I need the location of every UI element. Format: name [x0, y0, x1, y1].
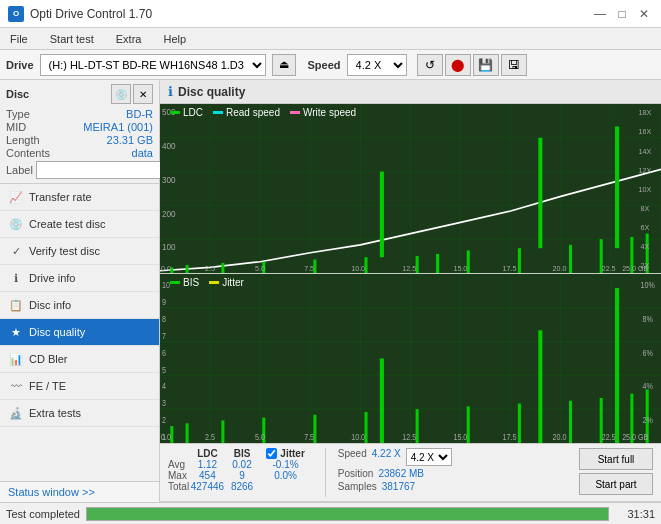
maximize-button[interactable]: □	[613, 5, 631, 23]
sidebar: Disc 💿 ✕ Type BD-R MID MEIRA1 (001) Leng…	[0, 80, 160, 502]
jitter-header: Jitter	[280, 448, 304, 459]
svg-rect-23	[380, 172, 384, 258]
svg-rect-28	[538, 138, 542, 248]
speed-stat-select[interactable]: 4.2 X	[406, 448, 452, 466]
bis-avg: 0.02	[226, 459, 259, 470]
jitter-checkbox[interactable]	[266, 448, 277, 459]
sidebar-item-label: Verify test disc	[29, 245, 100, 257]
speed-select[interactable]: 4.2 X	[347, 54, 407, 76]
verify-test-disc-icon: ✓	[8, 243, 24, 259]
drive-select[interactable]: (H:) HL-DT-ST BD-RE WH16NS48 1.D3	[40, 54, 266, 76]
svg-text:0.0: 0.0	[161, 263, 171, 272]
svg-text:15.0: 15.0	[453, 431, 467, 442]
svg-text:10%: 10%	[641, 279, 656, 290]
legend-bis: BIS	[170, 277, 199, 288]
menu-file[interactable]: File	[4, 31, 34, 47]
svg-text:7.5: 7.5	[304, 263, 314, 272]
window-controls: — □ ✕	[591, 5, 653, 23]
svg-text:10.0: 10.0	[351, 263, 365, 272]
ldc-header: LDC	[189, 448, 226, 459]
svg-rect-80	[380, 359, 384, 444]
sidebar-item-label: Disc quality	[29, 326, 85, 338]
bis-legend-dot	[170, 281, 180, 284]
burn-button[interactable]: 💾	[473, 54, 499, 76]
save-button[interactable]: 🖫	[501, 54, 527, 76]
speed-value-stat: 4.22 X	[372, 448, 401, 466]
disc-mid-value: MEIRA1 (001)	[83, 121, 153, 133]
svg-text:8%: 8%	[643, 313, 654, 324]
sidebar-item-extra-tests[interactable]: 🔬 Extra tests	[0, 400, 159, 427]
disc-contents-row: Contents data	[6, 147, 153, 159]
svg-rect-76	[221, 420, 224, 443]
avg-label: Avg	[168, 459, 189, 470]
disc-type-row: Type BD-R	[6, 108, 153, 120]
svg-text:10X: 10X	[639, 185, 652, 194]
extra-tests-icon: 🔬	[8, 405, 24, 421]
sidebar-item-cd-bler[interactable]: 📊 CD Bler	[0, 346, 159, 373]
bottom-chart-svg: 10 9 8 7 6 5 4 3 2 1 10% 8% 6% 4% 2%	[160, 274, 661, 443]
disc-quality-header: ℹ Disc quality	[160, 80, 661, 104]
sidebar-nav: 📈 Transfer rate 💿 Create test disc ✓ Ver…	[0, 184, 159, 481]
write-speed-legend-dot	[290, 111, 300, 114]
svg-text:14X: 14X	[639, 146, 652, 155]
status-window-btn[interactable]: Status window >>	[0, 481, 159, 502]
legend-jitter: Jitter	[209, 277, 244, 288]
sidebar-item-label: Extra tests	[29, 407, 81, 419]
top-chart-legend: LDC Read speed Write speed	[170, 107, 356, 118]
jitter-checkbox-row: Jitter	[266, 448, 304, 459]
bis-header: BIS	[226, 448, 259, 459]
svg-text:10: 10	[162, 279, 170, 290]
title-bar-left: O Opti Drive Control 1.70	[8, 6, 152, 22]
drive-info-icon: ℹ	[8, 270, 24, 286]
bottom-chart: BIS Jitter	[160, 274, 661, 444]
svg-text:4: 4	[162, 380, 166, 391]
svg-text:200: 200	[162, 208, 176, 218]
start-full-button[interactable]: Start full	[579, 448, 653, 470]
svg-text:4X: 4X	[641, 242, 650, 251]
sidebar-item-disc-info[interactable]: 📋 Disc info	[0, 292, 159, 319]
top-chart-svg: 500 400 300 200 100 18X 16X 14X 12X 10X …	[160, 104, 661, 273]
sidebar-item-transfer-rate[interactable]: 📈 Transfer rate	[0, 184, 159, 211]
svg-text:2%: 2%	[643, 414, 654, 425]
menu-extra[interactable]: Extra	[110, 31, 148, 47]
app-icon: O	[8, 6, 24, 22]
disc-icon-btn1[interactable]: 💿	[111, 84, 131, 104]
top-chart: LDC Read speed Write speed	[160, 104, 661, 274]
disc-type-value: BD-R	[126, 108, 153, 120]
sidebar-item-disc-quality[interactable]: ★ Disc quality	[0, 319, 159, 346]
svg-text:3: 3	[162, 397, 166, 408]
samples-label: Samples	[338, 481, 377, 492]
sidebar-item-verify-test-disc[interactable]: ✓ Verify test disc	[0, 238, 159, 265]
svg-text:5.0: 5.0	[255, 431, 265, 442]
disc-icon-btn2[interactable]: ✕	[133, 84, 153, 104]
close-button[interactable]: ✕	[635, 5, 653, 23]
eject-button[interactable]: ⏏	[272, 54, 296, 76]
progress-bar-container	[86, 507, 609, 521]
max-label: Max	[168, 470, 189, 481]
drive-label: Drive	[6, 59, 34, 71]
app-title: Opti Drive Control 1.70	[30, 7, 152, 21]
sidebar-item-fe-te[interactable]: 〰 FE / TE	[0, 373, 159, 400]
menu-start-test[interactable]: Start test	[44, 31, 100, 47]
svg-text:25.0 GB: 25.0 GB	[622, 263, 648, 272]
svg-text:2: 2	[162, 414, 166, 425]
sidebar-item-create-test-disc[interactable]: 💿 Create test disc	[0, 211, 159, 238]
start-part-button[interactable]: Start part	[579, 473, 653, 495]
sidebar-item-drive-info[interactable]: ℹ Drive info	[0, 265, 159, 292]
svg-rect-85	[569, 401, 572, 443]
disc-quality-icon: ★	[8, 324, 24, 340]
erase-button[interactable]: ⬤	[445, 54, 471, 76]
minimize-button[interactable]: —	[591, 5, 609, 23]
stats-table: LDC BIS Jitter Avg 1.12 0.02 -0.1%	[168, 448, 313, 492]
ldc-legend-dot	[170, 111, 180, 114]
svg-rect-75	[186, 423, 189, 443]
disc-info-icon: 📋	[8, 297, 24, 313]
refresh-button[interactable]: ↺	[417, 54, 443, 76]
sidebar-item-label: Create test disc	[29, 218, 105, 230]
disc-label-input[interactable]	[36, 161, 169, 179]
svg-rect-18	[186, 265, 189, 273]
menu-help[interactable]: Help	[157, 31, 192, 47]
disc-quality-title: Disc quality	[178, 85, 245, 99]
total-label: Total	[168, 481, 189, 492]
fe-te-icon: 〰	[8, 378, 24, 394]
